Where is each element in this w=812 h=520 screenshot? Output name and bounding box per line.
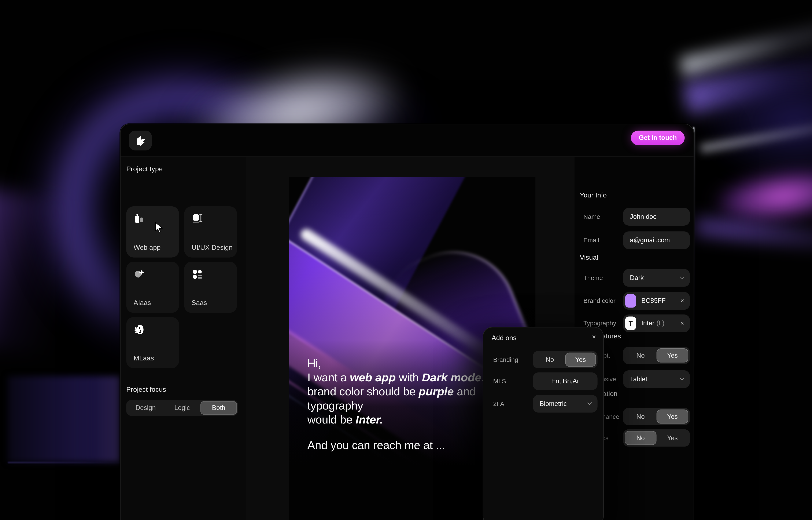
- chevron-down-icon: [680, 275, 684, 279]
- sidebar: Project type Web app: [120, 157, 246, 520]
- type-letter-icon: T: [625, 317, 636, 330]
- card-mlaas[interactable]: MLaas: [126, 317, 179, 368]
- focus-option-design[interactable]: Design: [127, 401, 164, 415]
- theme-label: Theme: [583, 274, 603, 282]
- app-window: Get in touch Project type Web app: [120, 124, 694, 520]
- mls-field[interactable]: En, Bn,Ar: [533, 372, 597, 390]
- responsive-dropdown[interactable]: Tablet: [623, 370, 690, 388]
- stage: Get in touch Project type Web app: [0, 0, 812, 520]
- frame-cursor-icon: [192, 213, 203, 225]
- branding-label: Branding: [493, 356, 518, 364]
- theme-dropdown[interactable]: Dark: [623, 269, 690, 287]
- project-focus-segmented-control: Design Logic Both: [126, 400, 238, 416]
- performance-yes-option[interactable]: Yes: [656, 410, 689, 424]
- card-uiux-design[interactable]: UI/UX Design: [184, 206, 237, 258]
- branding-no-option[interactable]: No: [534, 353, 565, 367]
- add-ons-title: Add ons: [492, 334, 516, 342]
- seo-yes-option[interactable]: Yes: [656, 348, 689, 363]
- analytics-no-option[interactable]: No: [625, 431, 656, 445]
- focus-option-logic[interactable]: Logic: [164, 401, 200, 415]
- card-web-app[interactable]: Web app: [126, 206, 179, 258]
- typography-chip[interactable]: T Inter (L) ×: [623, 314, 690, 332]
- close-icon[interactable]: ×: [592, 333, 596, 340]
- app-windows-icon: [134, 213, 145, 225]
- bolt-logo-icon: [134, 134, 147, 147]
- card-label: Saas: [192, 299, 207, 307]
- analytics-yes-option[interactable]: Yes: [656, 431, 689, 445]
- remove-brand-color-button[interactable]: ×: [680, 297, 684, 305]
- screenshot-viewport: Get in touch Project type Web app: [0, 0, 812, 520]
- project-type-heading: Project type: [126, 165, 163, 173]
- brain-icon: [134, 324, 145, 335]
- email-field[interactable]: a@gmail.com: [623, 231, 690, 249]
- brand-color-label: Brand color: [583, 297, 615, 305]
- name-label: Name: [583, 213, 600, 220]
- performance-no-option[interactable]: No: [625, 410, 656, 424]
- card-saas[interactable]: Saas: [184, 262, 237, 313]
- remove-typography-button[interactable]: ×: [680, 319, 684, 327]
- card-label: AIaas: [134, 299, 151, 307]
- tfa-label: 2FA: [493, 400, 504, 408]
- focus-option-both[interactable]: Both: [200, 401, 237, 415]
- your-info-heading: Your Info: [580, 191, 607, 199]
- project-focus-heading: Project focus: [126, 385, 166, 393]
- top-bar: Get in touch: [120, 124, 694, 157]
- card-label: UI/UX Design: [192, 243, 233, 251]
- mouse-cursor-icon: [155, 222, 163, 232]
- brand-color-chip[interactable]: BC85FF ×: [623, 292, 690, 310]
- font-weight-suffix: (L): [656, 319, 665, 327]
- color-swatch[interactable]: [625, 294, 636, 308]
- add-ons-modal: Add ons × Branding No Yes MLS En, Bn,Ar …: [483, 327, 604, 520]
- get-in-touch-button[interactable]: Get in touch: [631, 131, 685, 145]
- branding-yes-option[interactable]: Yes: [565, 353, 596, 367]
- mls-label: MLS: [493, 378, 506, 385]
- seo-toggle: No Yes: [623, 347, 690, 364]
- bg-right-streak: [693, 216, 812, 254]
- bg-bottom-reflection: [8, 376, 120, 462]
- visual-heading: Visual: [580, 253, 598, 261]
- chevron-down-icon: [680, 376, 684, 380]
- chevron-down-icon: [587, 400, 592, 405]
- logo-button[interactable]: [129, 131, 152, 151]
- tfa-dropdown[interactable]: Biometric: [533, 395, 597, 413]
- email-label: Email: [583, 237, 599, 244]
- analytics-toggle: No Yes: [623, 430, 690, 447]
- card-label: Web app: [134, 243, 161, 251]
- card-aiaas[interactable]: AIaas: [126, 262, 179, 313]
- shapes-grid-icon: [192, 268, 203, 280]
- seo-no-option[interactable]: No: [625, 348, 656, 363]
- sparkle-bulb-icon: [134, 268, 145, 280]
- bg-left-streak: [0, 188, 68, 356]
- name-field[interactable]: John doe: [623, 208, 690, 226]
- card-label: MLaas: [134, 354, 154, 362]
- typography-label: Typography: [583, 319, 616, 327]
- performance-toggle: No Yes: [623, 408, 690, 425]
- branding-toggle: No Yes: [533, 351, 597, 368]
